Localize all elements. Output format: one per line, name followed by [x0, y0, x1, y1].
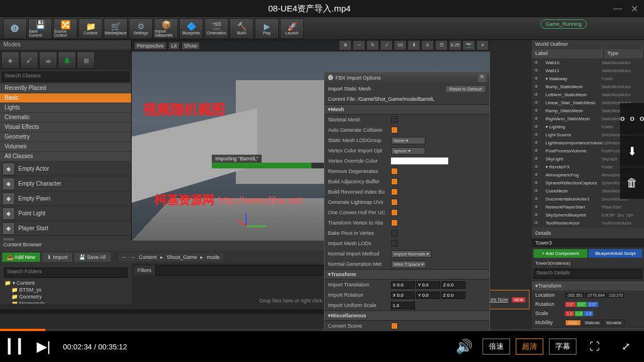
outliner-row[interactable]: 👁▾ WalkwayFolder: [532, 74, 644, 82]
tree-item[interactable]: 📁 BTSM_yx: [2, 286, 129, 293]
overlay-text-1: 视频随机截图: [143, 100, 226, 119]
category-volumes[interactable]: Volumes: [0, 142, 131, 152]
lit-btn[interactable]: Lit: [168, 42, 180, 50]
category-all-classes[interactable]: All Classes: [0, 152, 131, 162]
pip-button[interactable]: ⛶: [584, 336, 605, 357]
show-btn[interactable]: Show: [181, 42, 200, 50]
fullscreen-button[interactable]: ⤢: [615, 336, 636, 357]
tree-item[interactable]: 📁 Mannequin: [2, 300, 129, 304]
reset-button[interactable]: Reset to Default: [445, 85, 486, 93]
search-details[interactable]: Search Details: [534, 269, 642, 279]
add-new-button[interactable]: 📥 Add New: [2, 253, 40, 262]
delete-icon[interactable]: 🗑: [620, 167, 644, 199]
toolbar-source-control[interactable]: 🔀Source Control: [53, 18, 77, 39]
pause-button[interactable]: ▎▎: [8, 336, 29, 357]
tree-item[interactable]: 📁 Geometry: [2, 293, 129, 300]
outliner-row[interactable]: 👁Wall10StaticMeshActor: [532, 58, 644, 66]
toolbar-save-current[interactable]: 💾Save Current: [28, 18, 52, 39]
video-title: 08-UE4资产导入.mp4: [6, 3, 613, 14]
volume-button[interactable]: 🔊: [454, 336, 475, 357]
toolbar-content[interactable]: 📁Content: [78, 18, 102, 39]
outliner-row[interactable]: 👁TextRenderActorTextRenderActor: [532, 219, 644, 227]
right-sidebar: ⚬⚬⚬ ⬇ 🗑: [620, 103, 644, 199]
actor-empty-actor[interactable]: ◆Empty Actor: [0, 162, 131, 176]
overlay-text-2: 柯基资源网 http://www.fjha.net: [155, 192, 302, 208]
minimize-icon[interactable]: —: [613, 3, 622, 14]
toolbar-launch[interactable]: 🚀Launch: [280, 18, 304, 39]
category-basic[interactable]: Basic: [0, 93, 131, 103]
category-lights[interactable]: Lights: [0, 103, 131, 113]
svg-line-2: [238, 221, 246, 226]
category-geometry[interactable]: Geometry: [0, 132, 131, 142]
outliner-row[interactable]: 👁LeftArm_StaticMeshStaticMeshActor: [532, 91, 644, 99]
perspective-btn[interactable]: Perspective: [134, 42, 167, 50]
dialog-icon: 🅤: [328, 75, 333, 81]
subtitle-button[interactable]: 字幕: [549, 339, 576, 355]
quality-button[interactable]: 超清: [516, 339, 543, 355]
game-badge: Game_Running: [540, 19, 587, 29]
actor-player-start[interactable]: ◆Player Start: [0, 221, 131, 236]
speed-button[interactable]: 倍速: [483, 339, 510, 355]
logo-button[interactable]: 🅤: [3, 18, 27, 39]
toolbar-cinematics[interactable]: 🎬Cinematics: [204, 18, 228, 39]
outliner-row[interactable]: 👁SkySphereBlueprintEdit BP_Sky_Sph: [532, 211, 644, 219]
toolbar-play[interactable]: ▶Play: [255, 18, 279, 39]
download-icon[interactable]: ⬇: [620, 135, 644, 167]
details-panel: Details Tower3 + Add Component Blueprint…: [532, 229, 644, 331]
actor-empty-pawn[interactable]: ◆Empty Pawn: [0, 191, 131, 206]
outliner-row[interactable]: 👁Bump_StaticMeshStaticMeshActor: [532, 82, 644, 91]
camspeed[interactable]: 4: [476, 40, 489, 50]
toolbar-marketplace[interactable]: 🛒Marketplace: [104, 18, 128, 39]
dialog-close[interactable]: ✕: [478, 74, 486, 82]
cb-import-button[interactable]: ⬇ Import: [42, 253, 73, 262]
search-classes[interactable]: Search Classes: [2, 72, 129, 82]
modes-header: Modes: [0, 40, 131, 50]
actor-point-light[interactable]: ◆Point Light: [0, 206, 131, 221]
fbx-import-dialog: 🅤FBX Import Options✕ Import Static MeshR…: [324, 72, 490, 331]
outliner-row[interactable]: 👁NetworkPlayerStartPlayerStart: [532, 203, 644, 211]
save-all-button[interactable]: 💾 Save All: [74, 253, 110, 262]
category-recently-placed[interactable]: Recently Placed: [0, 84, 131, 93]
modes-tabs: ◆🖌⛰🌲▦: [0, 50, 131, 70]
tree-item[interactable]: 📁 ▾ Content: [2, 280, 129, 286]
toolbar-blueprints[interactable]: 🔷Blueprints: [179, 18, 203, 39]
importing-status: Importing "BarrelL": [212, 155, 262, 163]
category-cinematic[interactable]: Cinematic: [0, 113, 131, 123]
share-icon[interactable]: ⚬⚬⚬: [620, 103, 644, 135]
toolbar-import-datasmith[interactable]: 📦Import Datasmith: [154, 18, 178, 39]
toolbar-build[interactable]: 🔨Build: [230, 18, 254, 39]
toolbar-settings[interactable]: ⚙Settings: [129, 18, 153, 39]
actor-empty-character[interactable]: ◆Empty Character: [0, 176, 131, 191]
close-icon[interactable]: ✕: [631, 3, 638, 14]
snap1[interactable]: 10: [394, 40, 406, 50]
blueprint-button[interactable]: Blueprint/Add Script: [588, 249, 642, 258]
next-button[interactable]: ▶|: [33, 336, 54, 357]
add-component-button[interactable]: + Add Component: [534, 249, 587, 258]
player-controls: ▎▎ ▶| 00:02:34 / 00:35:12 🔊 倍速 超清 字幕 ⛶ ⤢: [0, 331, 644, 362]
category-visual-effects[interactable]: Visual Effects: [0, 123, 131, 132]
snap2[interactable]: 8: [421, 40, 434, 50]
snap3[interactable]: 0.25: [449, 40, 461, 50]
outliner-row[interactable]: 👁Wall11StaticMeshActor: [532, 66, 644, 74]
